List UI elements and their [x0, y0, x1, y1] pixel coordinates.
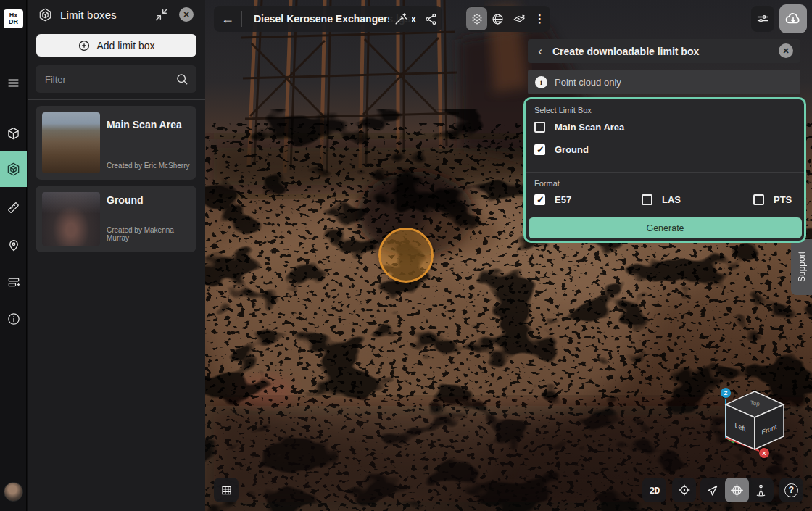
models-tool-button[interactable] — [0, 119, 27, 148]
more-options-button[interactable]: ⋮ — [529, 6, 550, 32]
sliders-icon — [755, 12, 770, 26]
option-ground[interactable]: ✓ Ground — [534, 144, 589, 155]
logo-line-2: DR — [9, 19, 18, 25]
create-panel-header: ‹ Create downloadable limit box ✕ — [528, 39, 800, 63]
info-icon — [7, 312, 21, 326]
walk-mode-button[interactable] — [749, 478, 774, 502]
grid-view-button[interactable] — [214, 478, 239, 502]
share-button[interactable] — [419, 6, 442, 32]
option-main-scan-area[interactable]: ✓ Main Scan Area — [534, 122, 624, 133]
collapse-panel-icon[interactable] — [154, 7, 169, 22]
scan-position-marker[interactable] — [378, 228, 434, 283]
generate-button[interactable]: Generate — [529, 217, 802, 238]
filter-input[interactable] — [36, 65, 196, 93]
mesh-globe-icon — [491, 12, 505, 26]
navigation-cube[interactable]: Top Left Front Z X — [713, 383, 800, 461]
download-button[interactable] — [779, 4, 807, 33]
2d-mode-button[interactable]: 2D — [642, 478, 666, 502]
limit-box-thumbnail — [42, 192, 100, 246]
mesh-mode-button[interactable] — [487, 6, 508, 32]
cube-icon — [6, 126, 21, 141]
create-limit-box-panel: ‹ Create downloadable limit box ✕ i Poin… — [528, 39, 800, 63]
2d-label: 2D — [650, 485, 660, 496]
navigation-arrow-icon — [705, 483, 719, 497]
point-cloud-only-notice: i Point cloud only — [528, 70, 800, 94]
limit-box-thumbnail — [42, 112, 100, 173]
option-label: E57 — [555, 194, 571, 205]
user-avatar[interactable] — [4, 482, 23, 502]
close-panel-button[interactable]: ✕ — [179, 7, 194, 22]
kebab-icon: ⋮ — [534, 12, 545, 25]
panel-back-button[interactable]: ‹ — [528, 39, 552, 63]
info-tool-button[interactable] — [0, 304, 27, 333]
limit-box-icon — [38, 7, 53, 22]
limit-box-icon — [6, 162, 21, 177]
textured-mesh-icon — [512, 12, 526, 26]
limit-box-title: Main Scan Area — [107, 119, 182, 130]
hxdr-logo[interactable]: Hx DR — [4, 9, 23, 28]
panel-close-button[interactable]: ✕ — [779, 43, 793, 58]
limit-box-item-ground[interactable]: Ground Created by Makenna Murray — [36, 186, 196, 252]
back-icon: ← — [221, 12, 234, 27]
render-mode-toolbar: ⋮ — [466, 6, 550, 32]
textured-mode-button[interactable] — [508, 6, 529, 32]
fly-mode-button[interactable] — [700, 478, 725, 502]
checkbox-pts[interactable]: ✓ — [753, 194, 764, 205]
layers-tool-button[interactable] — [0, 268, 27, 297]
limit-box-author: Created by Eric McSherry — [107, 162, 189, 170]
checkbox-ground[interactable]: ✓ — [534, 144, 545, 155]
chevron-left-icon: ‹ — [538, 44, 542, 58]
magic-wand-icon — [394, 12, 407, 26]
3d-viewport[interactable]: ← Diesel Kerosene Exchangers.lgsx — [205, 0, 812, 511]
limit-boxes-panel: Limit boxes ✕ Add limit box Main Scan Ar… — [28, 0, 205, 511]
measure-icon — [6, 200, 21, 215]
format-label: Format — [534, 179, 560, 188]
option-label: PTS — [774, 194, 792, 205]
target-icon — [677, 483, 692, 497]
share-icon — [424, 12, 438, 26]
checkbox-las[interactable]: ✓ — [642, 194, 652, 205]
cube-face-top[interactable]: Top — [750, 399, 761, 407]
center-view-button[interactable] — [672, 478, 696, 502]
layers-icon — [7, 275, 21, 290]
main-menu-button[interactable] — [0, 68, 27, 97]
select-limit-box-label: Select Limit Box — [534, 106, 592, 115]
search-icon — [175, 72, 189, 86]
panel-title: Limit boxes — [60, 9, 117, 21]
limit-box-form-highlight: Select Limit Box ✓ Main Scan Area ✓ Grou… — [523, 97, 806, 243]
orbit-mode-button[interactable] — [725, 478, 750, 502]
edit-tools-button[interactable] — [389, 6, 412, 32]
option-label: LAS — [662, 194, 681, 205]
left-rail: Hx DR — [0, 0, 27, 511]
grid-icon — [220, 483, 233, 497]
axis-x-label[interactable]: X — [762, 450, 766, 457]
axis-z-label[interactable]: Z — [724, 390, 728, 396]
globe-crosshair-icon — [729, 483, 745, 498]
limit-boxes-header: Limit boxes ✕ — [28, 0, 205, 29]
back-button[interactable]: ← — [214, 6, 241, 32]
add-limit-box-label: Add limit box — [96, 40, 154, 51]
hamburger-menu-icon — [7, 76, 20, 90]
format-e57[interactable]: ✓ E57 — [534, 194, 571, 205]
measure-tool-button[interactable] — [0, 193, 27, 222]
point-cloud-icon — [470, 12, 484, 26]
checkbox-e57[interactable]: ✓ — [534, 194, 545, 205]
support-tab[interactable]: Support — [791, 239, 812, 295]
help-button[interactable]: ? — [779, 478, 803, 502]
checkbox-main-scan-area[interactable]: ✓ — [534, 122, 545, 133]
create-panel-title: Create downloadable limit box — [552, 46, 699, 57]
limit-boxes-tool-button[interactable] — [0, 151, 27, 187]
nav-cube-graphic[interactable]: Top Left Front Z X — [713, 383, 800, 459]
limit-box-item-main-scan-area[interactable]: Main Scan Area Created by Eric McSherry — [36, 106, 196, 180]
locations-tool-button[interactable] — [0, 230, 27, 259]
close-icon: ✕ — [183, 10, 189, 20]
point-cloud-mode-button[interactable] — [466, 7, 487, 30]
format-las[interactable]: ✓ LAS — [642, 194, 681, 205]
section-divider — [526, 172, 804, 173]
check-icon: ✓ — [536, 194, 544, 205]
support-tab-label: Support — [797, 252, 807, 282]
add-limit-box-button[interactable]: Add limit box — [36, 34, 196, 57]
display-settings-button[interactable] — [751, 6, 774, 32]
info-icon: i — [535, 76, 547, 88]
format-pts[interactable]: ✓ PTS — [753, 194, 792, 205]
